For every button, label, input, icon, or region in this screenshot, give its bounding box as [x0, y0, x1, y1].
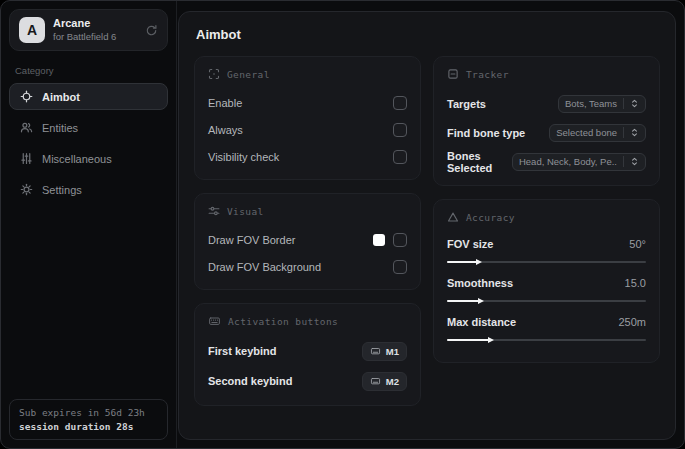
category-label: Category [15, 65, 164, 76]
max-distance-value: 250m [618, 316, 646, 328]
draw-fov-background-checkbox[interactable] [393, 260, 407, 274]
fov-size-group: FOV size 50° [447, 234, 646, 263]
activation-card: Activation buttons First keybind M1 [194, 303, 421, 406]
enable-checkbox[interactable] [393, 96, 407, 110]
setting-label: Bones Selected [447, 150, 512, 174]
select-value: Selected bone [556, 127, 617, 138]
second-keybind-button[interactable]: M2 [362, 372, 407, 391]
section-title: General [227, 69, 270, 80]
chevron-up-down-icon [630, 156, 639, 167]
brand-card: A Arcane for Battlefield 6 [9, 9, 168, 51]
triangle-icon [447, 211, 459, 223]
brand-text: Arcane for Battlefield 6 [53, 17, 137, 43]
setting-label: First keybind [208, 345, 276, 357]
adjust-icon [208, 205, 220, 217]
divider [623, 98, 624, 109]
sidebar: A Arcane for Battlefield 6 Category Aimb… [1, 1, 177, 448]
divider [623, 156, 624, 167]
sidebar-item-label: Aimbot [42, 91, 80, 103]
box-minus-icon [447, 68, 459, 80]
section-title: Visual [227, 206, 264, 217]
fov-size-slider[interactable] [447, 261, 646, 263]
setting-row-always: Always [208, 118, 407, 141]
setting-row-second-keybind: Second keybind M2 [208, 368, 407, 394]
setting-row-find-bone-type: Find bone type Selected bone [447, 120, 646, 145]
left-column: General Enable Always Visibility check [194, 56, 421, 419]
sidebar-item-settings[interactable]: Settings [9, 176, 168, 203]
refresh-icon[interactable] [145, 24, 158, 37]
setting-label: Draw FOV Background [208, 261, 321, 273]
right-column: Tracker Targets Bots, Teams [433, 56, 660, 419]
bones-selected-select[interactable]: Head, Neck, Body, Pe.. [512, 153, 646, 171]
setting-row-first-keybind: First keybind M1 [208, 338, 407, 364]
setting-row-enable: Enable [208, 91, 407, 114]
setting-label: Find bone type [447, 127, 525, 139]
setting-row-targets: Targets Bots, Teams [447, 91, 646, 116]
setting-row-bones-selected: Bones Selected Head, Neck, Body, Pe.. [447, 149, 646, 174]
targets-select[interactable]: Bots, Teams [558, 95, 646, 113]
max-distance-group: Max distance 250m [447, 312, 646, 341]
slider-fill [447, 300, 479, 302]
first-keybind-button[interactable]: M1 [362, 342, 407, 361]
setting-row-draw-fov-background: Draw FOV Background [208, 255, 407, 278]
visual-card: Visual Draw FOV Border Draw FOV Backgrou… [194, 193, 421, 290]
max-distance-slider[interactable] [447, 339, 646, 341]
divider [623, 127, 624, 138]
smoothness-slider[interactable] [447, 300, 646, 302]
setting-label: Visibility check [208, 151, 279, 163]
accuracy-card: Accuracy FOV size 50° [433, 199, 660, 363]
fov-size-value: 50° [629, 238, 646, 250]
always-checkbox[interactable] [393, 123, 407, 137]
setting-label: Second keybind [208, 375, 292, 387]
sidebar-item-entities[interactable]: Entities [9, 114, 168, 141]
keyboard-icon [370, 346, 381, 356]
setting-label: Targets [447, 98, 486, 110]
keybind-value: M1 [386, 346, 399, 357]
setting-label: Draw FOV Border [208, 234, 295, 246]
users-icon [20, 121, 33, 134]
general-card: General Enable Always Visibility check [194, 56, 421, 180]
visibility-check-checkbox[interactable] [393, 150, 407, 164]
keybind-value: M2 [386, 376, 399, 387]
scan-icon [208, 68, 220, 80]
sidebar-item-miscellaneous[interactable]: Miscellaneous [9, 145, 168, 172]
subscription-card: Sub expires in 56d 23h session duration … [9, 399, 168, 440]
setting-label: FOV size [447, 238, 493, 250]
setting-label: Enable [208, 97, 242, 109]
main-area: Aimbot [177, 1, 684, 448]
gear-icon [20, 183, 33, 196]
select-value: Bots, Teams [565, 98, 617, 109]
fov-border-color-swatch[interactable] [373, 234, 385, 246]
crosshair-icon [20, 90, 33, 103]
sub-expires-text: Sub expires in 56d 23h [19, 407, 158, 418]
section-title: Activation buttons [228, 316, 338, 327]
smoothness-group: Smoothness 15.0 [447, 273, 646, 302]
chevron-up-down-icon [630, 98, 639, 109]
app-logo: A [19, 17, 45, 43]
section-title: Tracker [466, 69, 509, 80]
chevron-up-down-icon [630, 127, 639, 138]
setting-label: Max distance [447, 316, 516, 328]
section-title: Accuracy [466, 212, 515, 223]
select-value: Head, Neck, Body, Pe.. [519, 156, 617, 167]
app-window: A Arcane for Battlefield 6 Category Aimb… [0, 0, 685, 449]
aimbot-panel: Aimbot [178, 11, 676, 440]
keyboard-icon [370, 376, 381, 386]
sidebar-item-aimbot[interactable]: Aimbot [9, 83, 168, 110]
tracker-card: Tracker Targets Bots, Teams [433, 56, 660, 186]
page-title: Aimbot [196, 27, 660, 42]
app-subtitle: for Battlefield 6 [53, 31, 137, 43]
app-name: Arcane [53, 17, 137, 31]
session-duration-text: session duration 28s [19, 421, 158, 432]
setting-row-draw-fov-border: Draw FOV Border [208, 228, 407, 251]
smoothness-value: 15.0 [625, 277, 646, 289]
mixer-sliders-icon [20, 152, 33, 165]
keyboard-icon [208, 315, 221, 327]
slider-fill [447, 261, 477, 263]
setting-row-visibility-check: Visibility check [208, 145, 407, 168]
find-bone-type-select[interactable]: Selected bone [549, 124, 646, 142]
draw-fov-border-checkbox[interactable] [393, 233, 407, 247]
sidebar-item-label: Miscellaneous [42, 153, 112, 165]
setting-label: Always [208, 124, 243, 136]
slider-fill [447, 339, 489, 341]
